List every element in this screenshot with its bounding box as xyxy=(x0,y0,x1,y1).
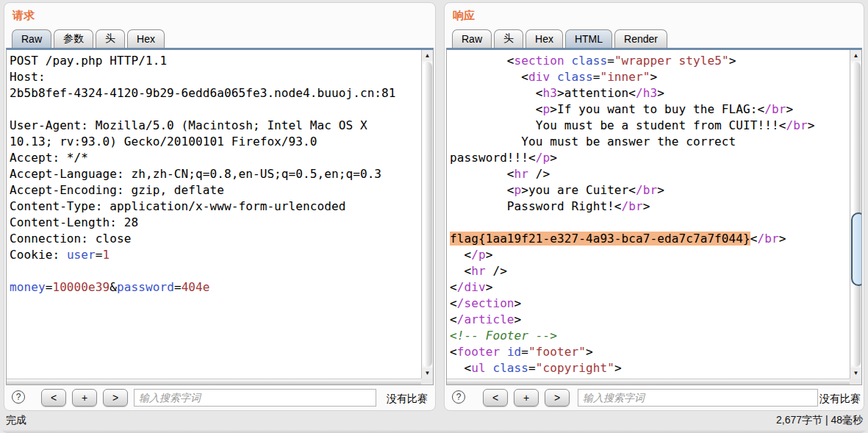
scroll-down-icon[interactable]: ▼ xyxy=(850,368,861,379)
code-segment: Host: xyxy=(10,70,46,84)
code-line: </p> xyxy=(450,247,850,263)
code-segment: 404e xyxy=(182,280,210,294)
search-add-button[interactable]: + xyxy=(72,389,97,407)
code-segment: user xyxy=(67,248,96,262)
code-segment: < xyxy=(450,361,471,375)
code-line: <footer id="footer"> xyxy=(450,344,850,360)
code-line: <p>you are Cuiter</br> xyxy=(450,182,850,198)
code-segment: Accept-Encoding: gzip, deflate xyxy=(10,183,224,197)
code-segment: > xyxy=(614,361,622,375)
code-segment: < xyxy=(450,167,514,181)
code-segment: < xyxy=(450,102,543,116)
request-vertical-scrollbar[interactable]: ▲ ▼ xyxy=(421,50,433,379)
response-tab-headers[interactable]: 头 xyxy=(494,29,523,48)
response-tab-render[interactable]: Render xyxy=(614,29,667,48)
code-segment: > xyxy=(486,280,493,294)
request-scrollbar-thumb[interactable] xyxy=(423,62,432,367)
search-prev-button[interactable]: < xyxy=(41,389,66,407)
code-segment: < xyxy=(450,312,457,326)
code-segment: > xyxy=(586,345,593,359)
response-tab-raw[interactable]: Raw xyxy=(452,29,492,48)
help-icon[interactable]: ? xyxy=(452,390,465,404)
request-status-text: 完成 xyxy=(6,414,26,427)
code-line: User-Agent: Mozilla/5.0 (Macintosh; Inte… xyxy=(10,118,421,134)
code-line: <p>If you want to buy the FLAG:</br> xyxy=(450,101,850,118)
code-line: Accept: */* xyxy=(10,150,421,166)
response-html-text[interactable]: <section class="wrapper style5"> <div cl… xyxy=(447,50,850,379)
code-line: password!!!</p> xyxy=(450,150,850,166)
code-segment: You must be answer the correct xyxy=(450,135,736,148)
request-search-input[interactable] xyxy=(134,389,376,407)
code-segment xyxy=(550,70,557,84)
search-next-button[interactable]: > xyxy=(103,389,128,407)
response-search-input[interactable] xyxy=(578,389,818,407)
code-segment: > xyxy=(650,70,658,84)
code-segment: /p xyxy=(471,248,485,262)
help-icon[interactable]: ? xyxy=(12,390,25,404)
code-segment: class xyxy=(557,70,593,84)
code-segment xyxy=(10,264,17,278)
scroll-up-icon[interactable]: ▲ xyxy=(422,50,433,61)
code-segment: id xyxy=(507,345,521,359)
code-segment: < xyxy=(450,345,457,359)
code-segment: /br xyxy=(636,183,657,197)
code-segment: p xyxy=(514,183,522,197)
window-bottom-edge xyxy=(0,430,868,433)
code-segment: > xyxy=(808,118,815,132)
request-tab-params[interactable]: 参数 xyxy=(54,29,93,48)
code-segment: money xyxy=(10,280,46,294)
response-tab-bar: Raw头HexHTMLRender xyxy=(452,29,670,48)
search-next-button[interactable]: > xyxy=(545,389,570,407)
code-line: You must be a student from CUIT!!!</br> xyxy=(450,118,850,134)
search-add-button[interactable]: + xyxy=(514,389,539,407)
code-line: </article> xyxy=(450,312,850,328)
search-prev-button[interactable]: < xyxy=(483,389,508,407)
code-segment: < xyxy=(450,86,543,100)
code-segment: Content-Type: application/x-www-form-url… xyxy=(10,199,345,213)
request-panel: 请求 Raw参数头Hex POST /pay.php HTTP/1.1Host:… xyxy=(4,2,436,411)
request-search-bar: ? < + > 没有比赛 xyxy=(4,387,435,409)
response-tab-hex[interactable]: Hex xyxy=(526,29,563,48)
response-viewer[interactable]: <section class="wrapper style5"> <div cl… xyxy=(446,48,862,385)
code-segment: hr xyxy=(471,264,485,278)
request-editor[interactable]: POST /pay.php HTTP/1.1Host:2b5b8fef-4324… xyxy=(6,48,434,385)
code-segment: "copyright" xyxy=(536,361,614,375)
request-tab-headers[interactable]: 头 xyxy=(96,29,125,48)
code-line: </section> xyxy=(450,296,850,312)
burp-repeater-view: { "colors": { "accent_orange": "#e8713d"… xyxy=(0,0,868,433)
code-segment: Connection: close xyxy=(10,232,131,246)
code-segment: = xyxy=(607,54,614,68)
response-horizontal-scrollbar[interactable] xyxy=(447,379,850,384)
code-line: <h3>attention</h3> xyxy=(450,85,850,101)
code-segment: > xyxy=(643,199,650,213)
response-tab-html[interactable]: HTML xyxy=(565,29,612,48)
code-segment: Password Right!< xyxy=(450,199,622,213)
code-line: </div> xyxy=(450,279,850,296)
scroll-up-icon[interactable]: ▲ xyxy=(850,50,861,61)
scroll-down-icon[interactable]: ▼ xyxy=(422,368,433,379)
code-segment: class xyxy=(492,361,528,375)
code-segment: > xyxy=(657,86,664,100)
code-line xyxy=(10,101,421,118)
code-line: Content-Type: application/x-www-form-url… xyxy=(10,198,421,215)
code-line: You must be answer the correct xyxy=(450,134,850,150)
request-raw-text[interactable]: POST /pay.php HTTP/1.1Host:2b5b8fef-4324… xyxy=(7,50,421,379)
code-segment: "footer" xyxy=(528,345,586,359)
code-line: Password Right!</br> xyxy=(450,198,850,215)
code-segment: 1 xyxy=(103,248,110,262)
request-tab-hex[interactable]: Hex xyxy=(127,29,165,48)
response-vertical-scrollbar[interactable]: ▲ ▼ xyxy=(850,50,861,379)
code-line: <hr /> xyxy=(450,263,850,279)
code-segment: >you are Cuiter< xyxy=(521,183,636,197)
code-line: flag{1aa19f21-e327-4a93-bca7-eda7c7a7f04… xyxy=(450,231,850,247)
response-panel-title: 响应 xyxy=(453,9,475,23)
code-segment: < xyxy=(450,54,514,68)
code-segment: Accept-Language: zh,zh-CN;q=0.8,en-US;q=… xyxy=(10,167,381,181)
request-tab-raw[interactable]: Raw xyxy=(12,29,51,48)
code-segment: password!!!< xyxy=(450,151,536,165)
response-scrollbar-thumb[interactable] xyxy=(851,212,861,286)
request-horizontal-scrollbar[interactable] xyxy=(7,379,421,384)
code-segment: div xyxy=(528,70,550,84)
code-segment: = xyxy=(521,345,528,359)
code-segment: 10.13; rv:93.0) Gecko/20100101 Firefox/9… xyxy=(10,135,318,148)
